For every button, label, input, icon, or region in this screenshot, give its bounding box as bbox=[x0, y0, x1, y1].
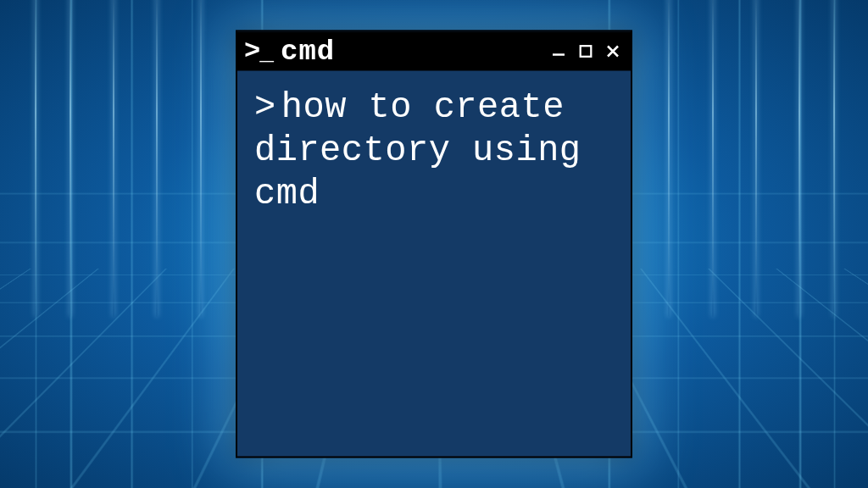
prompt-icon: >_ bbox=[244, 38, 272, 65]
window-controls bbox=[549, 42, 622, 61]
window-title: cmd bbox=[281, 36, 541, 68]
close-icon[interactable] bbox=[604, 42, 622, 61]
titlebar[interactable]: >_ cmd bbox=[237, 32, 631, 71]
svg-rect-1 bbox=[581, 46, 592, 57]
terminal-window: >_ cmd >how to create directory using cm… bbox=[236, 30, 632, 458]
prompt-symbol: > bbox=[254, 87, 276, 128]
maximize-icon[interactable] bbox=[576, 42, 595, 61]
terminal-content: how to create directory using cmd bbox=[254, 87, 581, 214]
terminal-body[interactable]: >how to create directory using cmd bbox=[237, 71, 631, 232]
minimize-icon[interactable] bbox=[549, 42, 568, 61]
